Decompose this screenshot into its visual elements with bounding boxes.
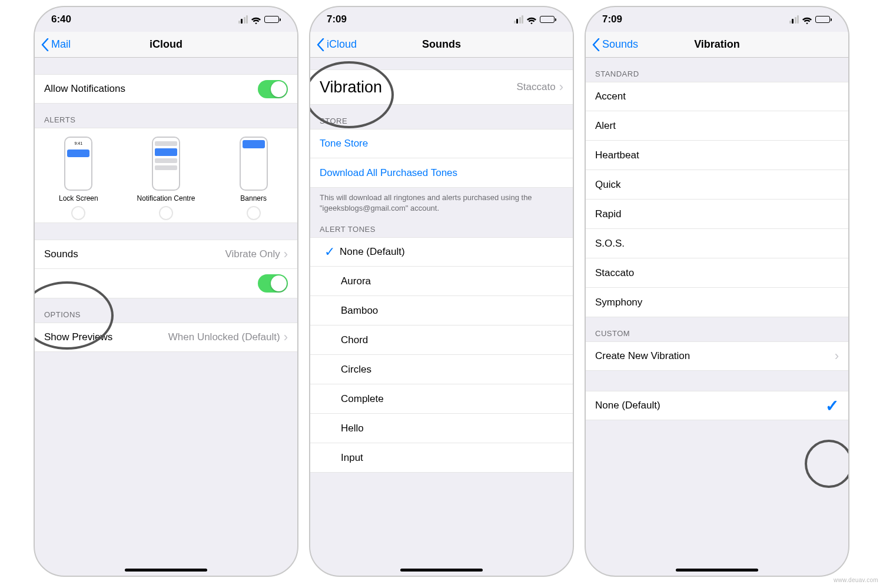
alert-radio-lock[interactable] [71, 206, 85, 220]
vibration-row[interactable]: Vibration Staccato › [310, 69, 573, 105]
status-indicators [789, 15, 832, 24]
status-bar: 7:09 [586, 7, 848, 32]
allow-notifications-label: Allow Notifications [44, 83, 258, 95]
tone-row[interactable]: Circles [310, 355, 573, 384]
lock-screen-icon [64, 137, 92, 191]
banners-icon [240, 137, 268, 191]
signal-icon [238, 15, 248, 24]
wifi-icon [802, 16, 812, 24]
check-icon: ✓ [825, 396, 839, 416]
alert-notification-centre[interactable]: Notification Centre [122, 137, 209, 202]
vib-row[interactable]: Alert [586, 111, 848, 141]
chevron-left-icon [592, 38, 600, 51]
alert-radio-centre[interactable] [159, 206, 173, 220]
sounds-value: Vibrate Only [225, 248, 280, 260]
battery-icon [540, 16, 556, 23]
tone-none-label: None (Default) [340, 246, 405, 258]
chevron-left-icon [316, 38, 324, 51]
status-time: 6:40 [51, 14, 71, 25]
back-button[interactable]: Mail [41, 38, 71, 51]
show-previews-row[interactable]: Show Previews When Unlocked (Default) › [35, 323, 297, 352]
download-tones-row[interactable]: Download All Purchased Tones [310, 158, 573, 188]
alert-banners[interactable]: Banners [210, 137, 297, 202]
home-indicator[interactable] [400, 569, 483, 572]
status-indicators [514, 15, 557, 24]
vib-row[interactable]: Heartbeat [586, 141, 848, 170]
battery-icon [815, 16, 832, 23]
back-button[interactable]: iCloud [316, 38, 357, 51]
sounds-row[interactable]: Sounds Vibrate Only › [35, 240, 297, 269]
alerts-options: Lock Screen Notification Centre Banners [35, 128, 297, 223]
standard-header: STANDARD [586, 58, 848, 82]
page-title: iCloud [35, 38, 297, 51]
chevron-right-icon: › [835, 350, 839, 363]
tone-row[interactable]: Hello [310, 414, 573, 443]
vibration-value: Staccato [517, 81, 556, 93]
badges-toggle[interactable] [258, 274, 288, 293]
chevron-right-icon: › [284, 248, 288, 261]
custom-header: CUSTOM [586, 317, 848, 341]
content: Allow Notifications ALERTS Lock Screen N… [35, 58, 297, 576]
signal-icon [789, 15, 799, 24]
back-label: iCloud [327, 38, 357, 51]
badges-row[interactable] [35, 269, 297, 298]
battery-icon [264, 16, 281, 23]
show-previews-label: Show Previews [44, 331, 168, 343]
create-new-vibration-row[interactable]: Create New Vibration › [586, 341, 848, 371]
screen-vibration: 7:09 Sounds Vibration STANDARD Accent Al… [585, 6, 849, 577]
screen-sounds: 7:09 iCloud Sounds Vibration Staccato › … [309, 6, 574, 577]
status-bar: 7:09 [310, 7, 573, 32]
alert-tones-header: ALERT TONES [310, 218, 573, 237]
tone-row[interactable]: Complete [310, 384, 573, 414]
status-time: 7:09 [327, 14, 347, 25]
vib-none-row[interactable]: None (Default) ✓ [586, 391, 848, 420]
alert-radio-banners[interactable] [247, 206, 261, 220]
vib-row[interactable]: Staccato [586, 258, 848, 288]
check-icon: ✓ [320, 244, 340, 260]
content: Vibration Staccato › STORE Tone Store Do… [310, 58, 573, 576]
status-indicators [238, 15, 281, 24]
allow-notifications-row[interactable]: Allow Notifications [35, 74, 297, 104]
sounds-label: Sounds [44, 248, 225, 260]
status-bar: 6:40 [35, 7, 297, 32]
back-label: Mail [51, 38, 71, 51]
tone-row[interactable]: Chord [310, 325, 573, 355]
back-button[interactable]: Sounds [592, 38, 638, 51]
tone-row[interactable]: Bamboo [310, 296, 573, 325]
notification-centre-icon [152, 137, 180, 191]
tone-none-row[interactable]: ✓ None (Default) [310, 237, 573, 267]
home-indicator[interactable] [676, 569, 758, 572]
vib-row[interactable]: Rapid [586, 200, 848, 229]
status-time: 7:09 [602, 14, 622, 25]
store-header: STORE [310, 105, 573, 129]
nav-bar: Mail iCloud [35, 32, 297, 58]
allow-notifications-toggle[interactable] [258, 80, 288, 98]
vibration-label: Vibration [320, 78, 517, 97]
vib-row[interactable]: Symphony [586, 288, 848, 317]
chevron-right-icon: › [559, 81, 563, 94]
tone-row[interactable]: Aurora [310, 267, 573, 296]
chevron-right-icon: › [284, 331, 288, 344]
alerts-header: ALERTS [35, 104, 297, 128]
home-indicator[interactable] [125, 569, 207, 572]
vib-row[interactable]: Quick [586, 170, 848, 200]
show-previews-value: When Unlocked (Default) [168, 331, 280, 343]
vib-row[interactable]: S.O.S. [586, 229, 848, 258]
options-header: OPTIONS [35, 298, 297, 323]
watermark: www.deuav.com [834, 577, 878, 583]
download-note: This will download all ringtones and ale… [310, 188, 573, 218]
tone-store-row[interactable]: Tone Store [310, 129, 573, 158]
nav-bar: iCloud Sounds [310, 32, 573, 58]
nav-bar: Sounds Vibration [586, 32, 848, 58]
create-new-label: Create New Vibration [595, 350, 835, 362]
chevron-left-icon [41, 38, 49, 51]
vib-none-label: None (Default) [595, 400, 825, 411]
screen-icloud: 6:40 Mail iCloud Allow Notifications ALE… [34, 6, 298, 577]
tone-row[interactable]: Input [310, 443, 573, 473]
wifi-icon [251, 16, 261, 24]
content: STANDARD Accent Alert Heartbeat Quick Ra… [586, 58, 848, 576]
wifi-icon [526, 16, 537, 24]
back-label: Sounds [602, 38, 638, 51]
alert-lock-screen[interactable]: Lock Screen [35, 137, 122, 202]
vib-row[interactable]: Accent [586, 82, 848, 111]
